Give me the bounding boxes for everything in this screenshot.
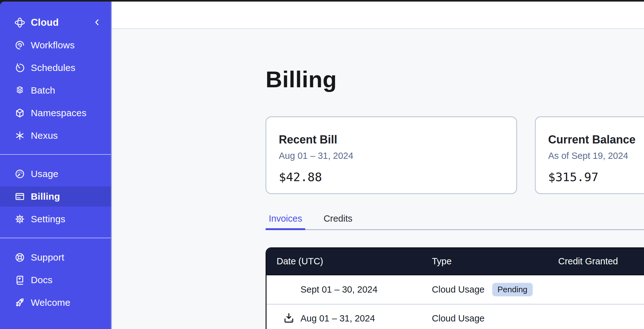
brand-label: Cloud [31,17,59,28]
table-row: Aug 01 – 31, 2024 Cloud Usage [267,304,644,329]
tab-invoices[interactable]: Invoices [266,213,305,230]
table-header: Date (UTC) Type Credit Granted [267,248,644,275]
current-balance-card: Current Balance As of Sept 19, 2024 $315… [535,116,644,194]
invoice-date: Aug 01 – 31, 2024 [300,313,375,324]
card-as-of-date: As of Sept 19, 2024 [548,151,644,161]
sidebar-item-namespaces[interactable]: Namespaces [0,103,111,123]
batch-icon [14,85,25,96]
download-slot-empty [282,283,295,296]
column-header-type: Type [422,256,548,267]
sidebar-collapse-button[interactable] [91,16,103,29]
docs-icon [14,275,25,285]
card-amount: $315.97 [548,170,644,184]
column-header-date: Date (UTC) [267,256,422,267]
sidebar-item-label: Workflows [31,40,75,51]
tab-bar: Invoices Credits [266,213,644,230]
billing-icon [14,191,25,202]
sidebar-item-label: Welcome [31,297,70,308]
summary-cards: Recent Bill Aug 01 – 31, 2024 $42.88 Cur… [266,116,644,194]
sidebar-item-label: Nexus [31,130,58,141]
invoice-type: Cloud Usage [432,313,485,324]
chevron-left-icon [92,18,102,28]
support-icon [14,252,25,263]
status-badge: Pending [492,283,533,296]
sidebar-item-support[interactable]: Support [0,247,111,267]
sidebar-item-label: Namespaces [31,108,86,118]
sidebar-item-label: Usage [31,169,58,179]
sidebar-item-label: Schedules [31,62,75,73]
namespaces-icon [14,108,25,118]
sidebar-item-docs[interactable]: Docs [0,270,111,290]
sidebar-nav: Workflows Schedules [0,35,111,313]
sidebar-item-label: Settings [31,214,65,224]
sidebar-divider [0,238,111,238]
main-area: Billing Recent Bill Aug 01 – 31, 2024 $4… [112,2,644,329]
sidebar-item-batch[interactable]: Batch [0,80,111,100]
sidebar-item-settings[interactable]: Settings [0,209,111,229]
sidebar-item-workflows[interactable]: Workflows [0,35,111,55]
invoices-table: Date (UTC) Type Credit Granted Sept 01 –… [266,247,644,329]
download-icon [282,311,295,326]
column-header-credit-granted: Credit Granted [548,256,644,267]
sidebar: Cloud [0,2,112,329]
sidebar-item-schedules[interactable]: Schedules [0,58,111,78]
sidebar-item-label: Billing [31,191,60,202]
invoice-date: Sept 01 – 30, 2024 [300,284,377,295]
tab-credits[interactable]: Credits [320,213,355,230]
download-invoice-button[interactable] [282,312,295,325]
sidebar-item-nexus[interactable]: Nexus [0,126,111,146]
workflows-icon [14,40,25,51]
page-title: Billing [266,68,644,91]
card-title: Recent Bill [279,133,504,146]
temporal-logo-icon [14,17,26,29]
brand-row: Cloud [0,11,111,34]
sidebar-divider [0,154,111,155]
sidebar-item-label: Support [31,252,64,263]
sidebar-item-billing[interactable]: Billing [0,186,111,207]
card-title: Current Balance [548,133,644,146]
billing-page: Billing Recent Bill Aug 01 – 31, 2024 $4… [112,29,644,329]
app-window: Cloud [0,2,644,329]
card-amount: $42.88 [279,170,504,184]
table-row: Sept 01 – 30, 2024 Cloud Usage Pending [267,275,644,304]
schedules-icon [14,62,25,73]
topbar [112,2,644,29]
sidebar-item-label: Docs [31,275,52,285]
sidebar-item-usage[interactable]: Usage [0,164,111,184]
card-date-range: Aug 01 – 31, 2024 [279,151,504,161]
sidebar-item-label: Batch [31,85,55,96]
usage-icon [14,169,25,179]
settings-icon [14,214,25,224]
nexus-icon [14,130,25,141]
invoice-type: Cloud Usage [432,284,485,295]
sidebar-item-welcome[interactable]: Welcome [0,293,111,313]
welcome-icon [14,297,25,308]
recent-bill-card: Recent Bill Aug 01 – 31, 2024 $42.88 [266,116,517,194]
